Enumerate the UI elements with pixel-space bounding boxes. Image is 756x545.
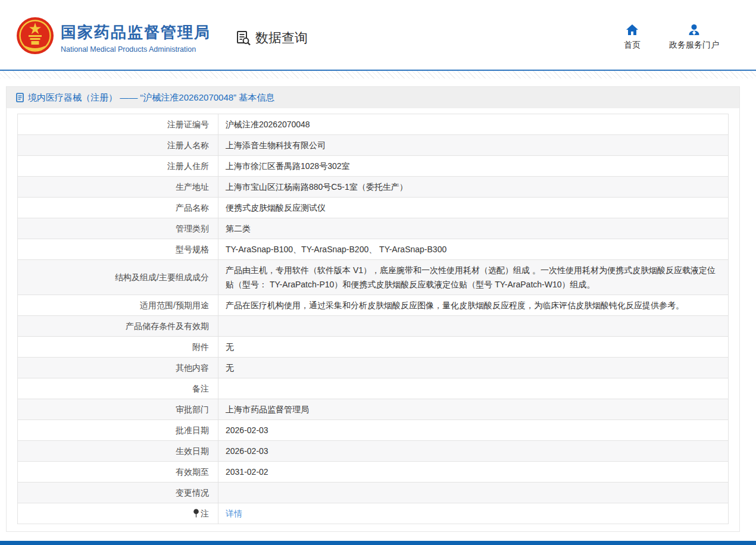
row-label-text: 附件 bbox=[192, 342, 209, 352]
row-label: 产品储存条件及有效期 bbox=[18, 316, 218, 337]
row-label-text: 管理类别 bbox=[176, 224, 209, 233]
table-row: 注册人名称上海添音生物科技有限公司 bbox=[18, 135, 729, 156]
row-label-text: 适用范围/预期用途 bbox=[140, 300, 209, 310]
row-value: 上海市药品监督管理局 bbox=[218, 399, 729, 420]
org-title-block: 国家药品监督管理局 National Medical Products Admi… bbox=[61, 22, 211, 54]
row-label: 变更情况 bbox=[18, 483, 218, 503]
table-row: 型号规格TY-AraSnap-B100、TY-AraSnap-B200、 TY-… bbox=[18, 239, 729, 260]
site-header: 国家药品监督管理局 National Medical Products Admi… bbox=[0, 0, 756, 70]
row-label-text: 有效期至 bbox=[176, 467, 209, 477]
row-label: 审批部门 bbox=[18, 399, 218, 420]
nav-home-label: 首页 bbox=[624, 40, 641, 51]
row-label-text: 结构及组成/主要组成成分 bbox=[115, 272, 209, 282]
data-query-label: 数据查询 bbox=[255, 29, 308, 47]
row-value: TY-AraSnap-B100、TY-AraSnap-B200、 TY-AraS… bbox=[218, 239, 729, 260]
row-value: 无 bbox=[218, 337, 729, 358]
table-row: 注册证编号沪械注准20262070048 bbox=[18, 114, 729, 135]
page-title: 境内医疗器械（注册） —— “沪械注准20262070048” 基本信息 bbox=[28, 92, 274, 104]
row-value: 无 bbox=[218, 358, 729, 378]
row-value: 沪械注准20262070048 bbox=[218, 114, 729, 135]
table-row: 适用范围/预期用途产品在医疗机构使用，通过采集和分析皮肤烟酸反应图像，量化皮肤烟… bbox=[18, 295, 729, 316]
row-label-text: 产品名称 bbox=[176, 203, 209, 212]
page-title-bar: 境内医疗器械（注册） —— “沪械注准20262070048” 基本信息 bbox=[7, 87, 739, 108]
row-label: 其他内容 bbox=[18, 358, 218, 378]
hatched-band bbox=[0, 71, 756, 79]
table-row: 有效期至2031-02-02 bbox=[18, 462, 729, 483]
row-label-text: 型号规格 bbox=[176, 245, 209, 254]
row-value: 上海添音生物科技有限公司 bbox=[218, 135, 729, 156]
registration-info-table: 注册证编号沪械注准20262070048注册人名称上海添音生物科技有限公司注册人… bbox=[17, 114, 729, 524]
table-row: 结构及组成/主要组成成分产品由主机，专用软件（软件版本 V1），底座腕带和一次性… bbox=[18, 260, 729, 295]
row-value: 2031-02-02 bbox=[218, 462, 729, 483]
row-value: 2026-02-03 bbox=[218, 420, 729, 441]
nav-gov-portal-label: 政务服务门户 bbox=[669, 40, 719, 51]
row-label: 注册证编号 bbox=[18, 114, 218, 135]
row-label-text: 其他内容 bbox=[176, 363, 209, 372]
table-row: 批准日期2026-02-03 bbox=[18, 420, 729, 441]
row-label-text: 审批部门 bbox=[176, 405, 209, 414]
table-row: 其他内容无 bbox=[18, 358, 729, 378]
row-label-text: 批准日期 bbox=[176, 425, 209, 435]
row-value: 上海市徐汇区番禺路1028号302室 bbox=[218, 156, 729, 177]
row-label-text: 变更情况 bbox=[176, 488, 209, 497]
nav-home[interactable]: 首页 bbox=[624, 24, 641, 51]
table-row: 生产地址上海市宝山区江杨南路880号C5-1室（委托生产） bbox=[18, 177, 729, 198]
row-label-text: 产品储存条件及有效期 bbox=[126, 321, 209, 331]
row-value bbox=[218, 483, 729, 503]
row-label: 生效日期 bbox=[18, 441, 218, 462]
document-icon bbox=[16, 93, 24, 102]
table-row: 附件无 bbox=[18, 337, 729, 358]
row-value: 产品由主机，专用软件（软件版本 V1），底座腕带和一次性使用耗材（选配）组成 。… bbox=[218, 260, 729, 295]
row-label: 备注 bbox=[18, 378, 218, 399]
table-row: 产品储存条件及有效期 bbox=[18, 316, 729, 337]
org-name: 国家药品监督管理局 bbox=[61, 22, 211, 43]
table-row: 备注 bbox=[18, 378, 729, 399]
row-label-text: 注 bbox=[201, 509, 209, 518]
table-row: 注详情 bbox=[18, 503, 729, 524]
row-label-text: 注册人名称 bbox=[167, 140, 209, 150]
table-row: 管理类别第二类 bbox=[18, 218, 729, 239]
footer-bar bbox=[0, 541, 756, 545]
row-label: 批准日期 bbox=[18, 420, 218, 441]
home-icon bbox=[626, 24, 639, 36]
row-label-text: 注册证编号 bbox=[167, 120, 209, 129]
row-value: 产品在医疗机构使用，通过采集和分析皮肤烟酸反应图像，量化皮肤烟酸反应程度，为临床… bbox=[218, 295, 729, 316]
national-emblem-logo bbox=[17, 17, 54, 54]
row-value: 第二类 bbox=[218, 218, 729, 239]
org-name-en: National Medical Products Administration bbox=[61, 45, 211, 54]
data-query-link[interactable]: 数据查询 bbox=[236, 29, 308, 47]
row-label: 管理类别 bbox=[18, 218, 218, 239]
row-label: 附件 bbox=[18, 337, 218, 358]
table-row: 生效日期2026-02-03 bbox=[18, 441, 729, 462]
table-row: 注册人住所上海市徐汇区番禺路1028号302室 bbox=[18, 156, 729, 177]
pin-icon bbox=[193, 509, 199, 518]
header-nav: 首页 政务服务门户 bbox=[624, 24, 719, 51]
row-value bbox=[218, 378, 729, 399]
user-icon bbox=[688, 24, 701, 36]
row-value: 上海市宝山区江杨南路880号C5-1室（委托生产） bbox=[218, 177, 729, 198]
table-wrapper: 注册证编号沪械注准20262070048注册人名称上海添音生物科技有限公司注册人… bbox=[7, 108, 739, 531]
row-label: 有效期至 bbox=[18, 462, 218, 483]
row-label-text: 生效日期 bbox=[176, 446, 209, 456]
row-label: 型号规格 bbox=[18, 239, 218, 260]
row-label-text: 备注 bbox=[192, 384, 209, 393]
row-label: 注册人住所 bbox=[18, 156, 218, 177]
row-label: 注册人名称 bbox=[18, 135, 218, 156]
row-label: 注 bbox=[18, 503, 218, 524]
row-value bbox=[218, 316, 729, 337]
row-value: 详情 bbox=[218, 503, 729, 524]
table-row: 变更情况 bbox=[18, 483, 729, 503]
content-card: 境内医疗器械（注册） —— “沪械注准20262070048” 基本信息 注册证… bbox=[6, 86, 740, 532]
row-value: 便携式皮肤烟酸反应测试仪 bbox=[218, 198, 729, 218]
row-label: 结构及组成/主要组成成分 bbox=[18, 260, 218, 295]
document-search-icon bbox=[236, 30, 252, 46]
table-row: 产品名称便携式皮肤烟酸反应测试仪 bbox=[18, 198, 729, 218]
detail-link[interactable]: 详情 bbox=[226, 509, 242, 518]
row-label: 生产地址 bbox=[18, 177, 218, 198]
nav-gov-portal[interactable]: 政务服务门户 bbox=[669, 24, 719, 51]
row-label: 产品名称 bbox=[18, 198, 218, 218]
row-label: 适用范围/预期用途 bbox=[18, 295, 218, 316]
table-row: 审批部门上海市药品监督管理局 bbox=[18, 399, 729, 420]
row-value: 2026-02-03 bbox=[218, 441, 729, 462]
row-label-text: 注册人住所 bbox=[167, 161, 209, 171]
